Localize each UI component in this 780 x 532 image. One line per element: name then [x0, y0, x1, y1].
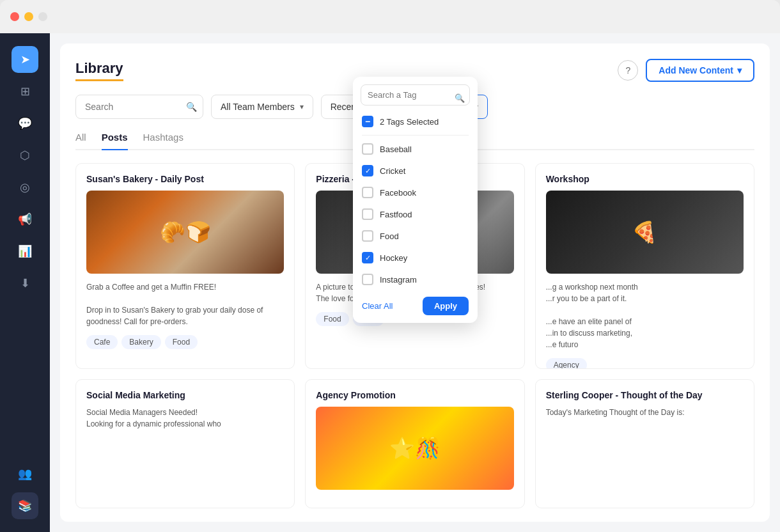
tag-checkbox-baseball[interactable]	[362, 143, 373, 155]
card-image: 🥐🍞	[86, 191, 284, 274]
sidebar-item-grid[interactable]: ⊞	[12, 78, 38, 105]
search-wrap: 🔍	[75, 95, 203, 119]
sidebar-item-nodes[interactable]: ⬡	[12, 142, 38, 169]
team-members-label: All Team Members	[221, 102, 295, 112]
card-text: ...g a workshop next month ...r you to b…	[546, 281, 744, 350]
tag-divider	[362, 135, 469, 136]
sidebar: ➤ ⊞ 💬 ⬡ ◎ 📢 📊 ⬇ 👥 📚	[0, 33, 50, 532]
sidebar-item-send[interactable]: ➤	[12, 46, 38, 73]
card-text: Today's Marketing Thought of the Day is:	[546, 407, 744, 418]
titlebar	[0, 0, 780, 33]
card-title: Susan's Bakery - Daily Post	[86, 174, 284, 184]
library-panel: Library ? Add New Content ▾ 🔍	[60, 43, 770, 522]
card-title: Sterling Cooper - Thought of the Day	[546, 390, 744, 400]
card-image: ⭐🎊	[316, 407, 513, 490]
card-image: 🍕	[546, 191, 744, 274]
tag-search-wrap: 🔍	[353, 84, 478, 111]
tab-all[interactable]: All	[75, 132, 86, 150]
tag-item-instagram[interactable]: Instagram	[355, 269, 475, 290]
card-title: Agency Promotion	[316, 390, 513, 400]
tag-label-facebook: Facebook	[380, 188, 416, 198]
tag-label-baseball: Baseball	[380, 145, 412, 154]
tag-checkbox-facebook[interactable]	[362, 187, 373, 198]
tag-cafe: Cafe	[86, 335, 118, 349]
tag-checkbox-fastfood[interactable]	[362, 208, 373, 220]
card-tags: Cafe Bakery Food	[86, 335, 284, 349]
tag-label-hockey: Hockey	[380, 253, 407, 263]
sidebar-item-download[interactable]: ⬇	[12, 270, 38, 297]
add-content-label: Add New Content	[659, 65, 733, 75]
tag-bakery: Bakery	[121, 335, 160, 349]
card-title: Workshop	[546, 174, 744, 184]
tag-food: Food	[165, 335, 198, 349]
team-members-dropdown[interactable]: All Team Members ▾	[211, 95, 313, 119]
tab-posts[interactable]: Posts	[102, 132, 128, 150]
tag-list: − 2 Tags Selected Baseball ✓ Cricket	[353, 111, 478, 290]
tag-agency: Agency	[546, 358, 587, 369]
card-social-media: Social Media Marketing Social Media Mana…	[75, 379, 295, 508]
card-susans-bakery: Susan's Bakery - Daily Post 🥐🍞 Grab a Co…	[75, 163, 295, 369]
app-container: ➤ ⊞ 💬 ⬡ ◎ 📢 📊 ⬇ 👥 📚 Library ? Add New Co…	[0, 33, 780, 532]
tag-item-facebook[interactable]: Facebook	[355, 182, 475, 203]
search-input[interactable]	[75, 95, 203, 119]
tag-checkbox-selected[interactable]: −	[362, 116, 373, 127]
card-text: Social Media Managers Needed! Looking fo…	[86, 407, 284, 430]
page-title: Library	[75, 60, 123, 81]
tag-checkbox-hockey[interactable]: ✓	[362, 252, 373, 263]
tag-search-input[interactable]	[361, 84, 470, 106]
team-members-chevron-icon: ▾	[300, 102, 304, 111]
help-button[interactable]: ?	[618, 60, 638, 81]
minimize-button[interactable]	[24, 12, 33, 21]
tag-food: Food	[316, 312, 348, 326]
search-icon: 🔍	[186, 102, 197, 112]
card-agency: Agency Promotion ⭐🎊	[305, 379, 524, 508]
tag-search-icon: 🔍	[455, 93, 465, 102]
tag-label-instagram: Instagram	[380, 275, 417, 285]
tag-checkbox-instagram[interactable]	[362, 274, 373, 285]
card-text: Grab a Coffee and get a Muffin FREE! Dro…	[86, 281, 284, 327]
help-icon: ?	[625, 65, 630, 75]
card-tags: Agency	[546, 358, 744, 369]
apply-button[interactable]: Apply	[423, 297, 469, 315]
sidebar-item-people[interactable]: 👥	[12, 460, 38, 487]
clear-all-button[interactable]: Clear All	[362, 301, 393, 311]
tag-item-hockey[interactable]: ✓ Hockey	[355, 247, 475, 269]
tag-dropdown-panel: 🔍 − 2 Tags Selected Baseball	[353, 77, 478, 323]
card-sterling-cooper: Sterling Cooper - Thought of the Day Tod…	[535, 379, 754, 508]
tag-checkbox-cricket[interactable]: ✓	[362, 165, 373, 176]
tag-label-food: Food	[380, 231, 399, 241]
add-content-chevron-icon: ▾	[737, 65, 742, 75]
card-workshop: Workshop 🍕 ...g a workshop next month ..…	[535, 163, 754, 369]
main-content: Library ? Add New Content ▾ 🔍	[50, 33, 780, 532]
tag-label-selected: 2 Tags Selected	[380, 117, 439, 127]
tag-label-cricket: Cricket	[380, 166, 405, 176]
sidebar-item-megaphone[interactable]: 📢	[12, 206, 38, 233]
sidebar-item-chart[interactable]: 📊	[12, 238, 38, 265]
tag-item-food[interactable]: Food	[355, 225, 475, 247]
tag-item-fastfood[interactable]: Fastfood	[355, 203, 475, 225]
sidebar-item-target[interactable]: ◎	[12, 174, 38, 201]
tag-checkbox-food[interactable]	[362, 230, 373, 242]
tag-item-selected[interactable]: − 2 Tags Selected	[355, 111, 475, 132]
close-button[interactable]	[10, 12, 19, 21]
tag-item-cricket[interactable]: ✓ Cricket	[355, 160, 475, 182]
tag-label-fastfood: Fastfood	[380, 210, 412, 219]
tab-hashtags[interactable]: Hashtags	[143, 132, 183, 150]
card-title: Social Media Marketing	[86, 390, 284, 400]
sidebar-item-chat[interactable]: 💬	[12, 110, 38, 137]
maximize-button[interactable]	[38, 12, 47, 21]
add-content-button[interactable]: Add New Content ▾	[646, 59, 754, 82]
tag-footer: Clear All Apply	[353, 290, 478, 318]
tag-item-baseball[interactable]: Baseball	[355, 138, 475, 160]
header-right: ? Add New Content ▾	[618, 59, 754, 82]
sidebar-item-library[interactable]: 📚	[12, 492, 38, 519]
